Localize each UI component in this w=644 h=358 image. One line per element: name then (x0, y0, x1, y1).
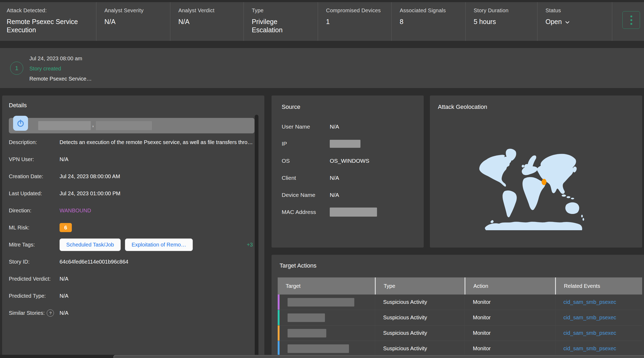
timeline-entry: Jul 24, 2023 08:00 am Story created Remo… (29, 55, 92, 82)
chevron-down-icon (564, 19, 570, 25)
world-map (475, 141, 590, 231)
redacted-banner-text (96, 121, 152, 130)
related-event-link[interactable]: cid_sam_smb_psexec (563, 330, 616, 336)
stat-story-duration: Story Duration 5 hours (465, 2, 537, 41)
field-label: IP (282, 141, 330, 147)
stat-label: Analyst Severity (104, 7, 166, 14)
field-value: Jul 24, 2023 08:00:00 AM (60, 173, 120, 180)
story-timeline: 1 Jul 24, 2023 08:00 am Story created Re… (0, 48, 644, 88)
type-cell: Suspicious Activity (375, 341, 465, 356)
table-row: Suspicious Activity Monitor cid_sam_smb_… (278, 295, 642, 310)
kebab-menu-button[interactable] (622, 11, 640, 29)
stat-label: Associated Signals (400, 7, 462, 14)
details-vertical-scrollbar[interactable] (255, 115, 258, 356)
type-cell: Suspicious Activity (375, 310, 465, 325)
mitre-tag-chip[interactable]: Exploitation of Remo… (125, 238, 193, 251)
kebab-dot (630, 15, 632, 17)
target-actions-table: Target Type Action Related Events Suspic… (278, 277, 642, 356)
stat-label: Type (252, 7, 314, 14)
detail-row-vpn-user: VPN User: N/A (9, 151, 258, 168)
source-panel: Source User Name N/A IP OS OS_WINDOWS Cl… (272, 96, 424, 248)
status-dropdown[interactable]: Open (545, 18, 608, 26)
help-icon[interactable]: ? (47, 309, 54, 317)
stat-value: 8 (400, 18, 462, 26)
target-cell (280, 295, 375, 310)
alert-banner: , (9, 118, 254, 133)
source-row-os: OS OS_WINDOWS (282, 152, 415, 169)
row-color-bar (278, 310, 280, 325)
related-event-link[interactable]: cid_sam_smb_psexec (563, 299, 616, 305)
timeline-event-label: Story created (29, 65, 92, 72)
action-cell: Monitor (465, 325, 555, 341)
page-horizontal-scrollbar[interactable] (113, 355, 644, 358)
redacted-target-value (288, 344, 349, 353)
field-label-text: Similar Stories: (9, 310, 45, 316)
field-label: Description: (9, 139, 60, 145)
status-label: Status (545, 7, 608, 14)
target-cell (280, 310, 375, 325)
field-value: N/A (330, 124, 339, 130)
ml-risk-badge: 6 (60, 223, 72, 232)
type-cell: Suspicious Activity (375, 295, 465, 310)
detail-row-last-updated: Last Updated: Jul 24, 2023 01:00:00 PM (9, 185, 258, 202)
detail-row-similar-stories: Similar Stories: ? N/A (9, 304, 258, 321)
attack-detected-label: Attack Detected: (7, 7, 92, 14)
row-color-bar (278, 325, 280, 341)
mitre-tag-chip[interactable]: Scheduled Task/Job (60, 238, 121, 251)
field-value: N/A (330, 175, 339, 181)
row-color-bar (278, 295, 280, 310)
kebab-dot (630, 23, 632, 25)
related-events-cell: cid_sam_smb_psexec (555, 341, 642, 356)
banner-separator: , (92, 121, 94, 128)
detail-row-direction: Direction: WANBOUND (9, 202, 258, 219)
stat-label: Compromised Devices (326, 7, 388, 14)
table-header-row: Target Type Action Related Events (278, 277, 642, 295)
detail-row-ml-risk: ML Risk: 6 (9, 219, 258, 236)
kebab-dot (630, 19, 632, 21)
table-row: Suspicious Activity Monitor cid_sam_smb_… (278, 310, 642, 325)
column-header-target: Target (278, 277, 375, 295)
source-row-user-name: User Name N/A (282, 118, 415, 135)
detail-row-description: Description: Detects an execution of the… (9, 134, 258, 151)
stat-analyst-severity: Analyst Severity N/A (96, 2, 170, 41)
details-panel: Details , Description: Detects an execut… (2, 96, 264, 358)
source-row-device-name: Device Name N/A (282, 186, 415, 204)
target-actions-title: Target Actions (280, 262, 316, 269)
field-label: VPN User: (9, 156, 60, 162)
attack-detected-value: Remote Psexec Service Execution (7, 18, 87, 34)
header-menu-column (612, 2, 644, 41)
source-title: Source (282, 104, 300, 110)
field-value: OS_WINDOWS (330, 158, 369, 164)
power-info-icon (13, 116, 28, 131)
redacted-target-value (288, 298, 354, 307)
stat-compromised-devices: Compromised Devices 1 (318, 2, 391, 41)
map-land (479, 149, 584, 230)
field-label: User Name (282, 124, 330, 130)
detail-row-mitre-tags: Mitre Tags: Scheduled Task/Job Exploitat… (9, 236, 258, 253)
column-header-type: Type (375, 277, 465, 295)
stat-analyst-verdict: Analyst Verdict N/A (170, 2, 244, 41)
direction-value: WANBOUND (60, 208, 91, 214)
stat-label: Analyst Verdict (178, 7, 240, 14)
more-tags-count[interactable]: +3 (247, 242, 253, 248)
detail-row-predicted-type: Predicted Type: N/A (9, 287, 258, 304)
field-value: N/A (60, 293, 68, 299)
field-value: N/A (330, 192, 339, 198)
stat-type: Type Privilege Escalation (244, 2, 318, 41)
stat-value: N/A (178, 18, 240, 26)
row-color-bar (278, 341, 280, 356)
stat-status: Status Open (537, 2, 612, 41)
mitre-tags-list: Scheduled Task/Job Exploitation of Remo… (60, 238, 193, 251)
field-label: Client (282, 175, 330, 181)
status-value: Open (545, 18, 562, 26)
field-label: MAC Address (282, 209, 330, 215)
related-events-cell: cid_sam_smb_psexec (555, 325, 642, 341)
related-event-link[interactable]: cid_sam_smb_psexec (563, 345, 616, 352)
source-rows: User Name N/A IP OS OS_WINDOWS Client N/… (282, 118, 415, 221)
related-event-link[interactable]: cid_sam_smb_psexec (563, 315, 616, 321)
column-header-action: Action (465, 277, 555, 295)
field-label: Similar Stories: ? (9, 309, 60, 317)
action-cell: Monitor (465, 341, 555, 356)
story-header-bar: Attack Detected: Remote Psexec Service E… (0, 2, 644, 41)
field-label: Direction: (9, 208, 60, 214)
